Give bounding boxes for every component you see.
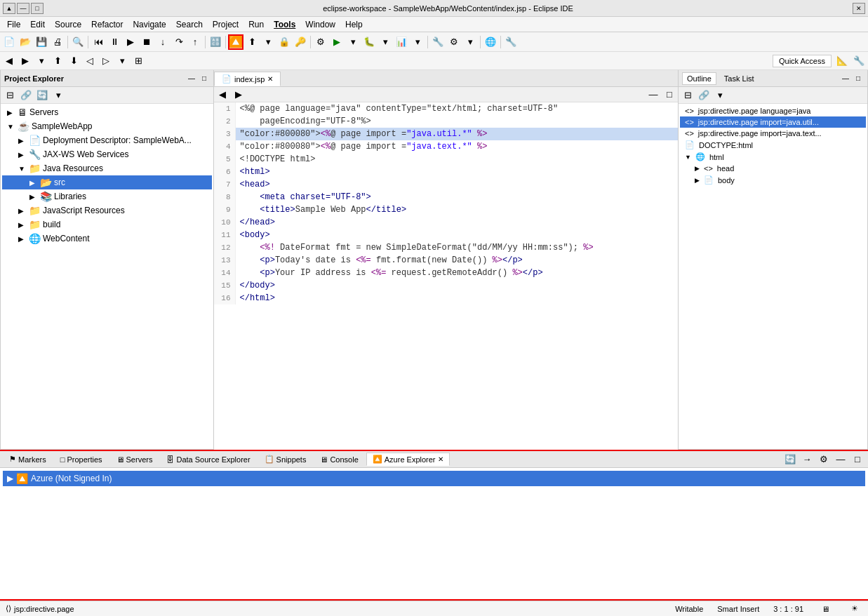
menu-run[interactable]: Run (244, 18, 268, 31)
line-code[interactable]: <head> (235, 178, 678, 191)
outline-tab[interactable]: Outline (682, 72, 716, 85)
et-maximize-btn[interactable]: □ (662, 87, 677, 102)
tb-tools-btn[interactable]: 🔧 (503, 34, 519, 50)
et-next-btn[interactable]: ▶ (231, 87, 246, 102)
tb2-down-btn[interactable]: ⬇ (66, 53, 81, 69)
pe-link-btn[interactable]: 🔗 (18, 88, 34, 103)
bottom-tab-servers[interactable]: 🖥 Servers (110, 453, 159, 466)
tb-coverage-btn[interactable]: 📊 (394, 34, 409, 50)
bottom-tab-azure[interactable]: 🔼 Azure Explorer ✕ (366, 453, 450, 466)
menu-help[interactable]: Help (341, 18, 367, 31)
status-btn2[interactable]: ☀ (847, 601, 862, 617)
status-btn1[interactable]: 🖥 (817, 601, 833, 617)
project-explorer-maximize[interactable]: □ (199, 73, 210, 84)
pe-item-jaxws[interactable]: ▶🔧JAX-WS Web Services (2, 147, 212, 161)
tb-azure-btn[interactable]: 🔼 (228, 34, 243, 50)
editor-tab-index-jsp[interactable]: 📄 index.jsp ✕ (214, 72, 281, 86)
tb-debug-btn[interactable]: 🐛 (361, 34, 377, 50)
code-editor[interactable]: 1<%@ page language="java" contentType="t… (214, 102, 678, 450)
outline-item-body[interactable]: ▶📄body (680, 174, 866, 186)
outline-maximize[interactable]: □ (853, 73, 864, 84)
line-code[interactable]: <body> (235, 229, 678, 241)
line-code[interactable]: <!DOCTYPE html> (235, 153, 678, 166)
tb-ext1-btn[interactable]: 🔧 (430, 34, 446, 50)
tb2-nav-dropdown[interactable]: ▾ (114, 53, 130, 69)
win-btn-minimize[interactable]: — (17, 3, 29, 14)
outline-item-directive-page[interactable]: <>jsp:directive.page language=java (680, 105, 866, 116)
line-code[interactable]: "color:#800080"><%@ page import ="java.u… (235, 128, 678, 140)
bottom-tab-console[interactable]: 🖥 Console (314, 453, 364, 466)
bottom-tab-datasource[interactable]: 🗄 Data Source Explorer (160, 453, 256, 466)
line-code[interactable]: <%! DateFormat fmt = new SimpleDateForma… (235, 241, 678, 254)
outline-item-directive-import2[interactable]: <>jsp:directive.page import=java.text... (680, 128, 866, 139)
tb-step-into-btn[interactable]: ↓ (155, 34, 171, 50)
tb2-new-persp-btn[interactable]: ⊞ (131, 53, 146, 69)
bottom-tab-snippets[interactable]: 📋 Snippets (258, 453, 313, 466)
tb-azure2-btn[interactable]: ⬆ (244, 34, 260, 50)
tb-open-btn[interactable]: 📂 (18, 34, 33, 50)
win-btn-arrow-up[interactable]: ▲ (3, 3, 15, 14)
tb-save-btn[interactable]: 💾 (34, 34, 49, 50)
line-code[interactable]: "color:#800080"><%@ page import ="java.t… (235, 140, 678, 153)
menu-refactor[interactable]: Refactor (87, 18, 127, 31)
et-minimize-btn[interactable]: — (646, 87, 661, 102)
bt-settings-btn[interactable]: ⚙ (816, 452, 832, 467)
tb-run2-btn[interactable]: ▶ (329, 34, 345, 50)
line-code[interactable]: <meta charset="UTF-8"> (235, 191, 678, 203)
outline-item-doctype[interactable]: 📄DOCTYPE:html (680, 139, 866, 151)
win-btn-close[interactable]: ✕ (853, 3, 865, 14)
tb2-back-btn[interactable]: ◀ (1, 53, 17, 69)
pe-item-build[interactable]: ▶📁build (2, 217, 212, 232)
line-code[interactable]: <%@ page language="java" contentType="te… (235, 102, 678, 115)
tb-search-btn[interactable]: 🔍 (70, 34, 86, 50)
tb-resume-btn[interactable]: ▶ (123, 34, 138, 50)
pe-item-jsresources[interactable]: ▶📁JavaScript Resources (2, 203, 212, 217)
tb-print-btn[interactable]: 🖨 (50, 34, 65, 50)
outline-item-directive-import1[interactable]: <>jsp:directive.page import=java.util... (680, 116, 866, 128)
ot-menu-btn[interactable]: ▾ (712, 88, 728, 103)
pe-item-samplewebapp[interactable]: ▼☕SampleWebApp (2, 119, 212, 133)
line-code[interactable]: pageEncoding="UTF-8"%> (235, 115, 678, 128)
tb2-persp1-btn[interactable]: 📐 (834, 53, 850, 69)
ot-collapse-btn[interactable]: ⊟ (680, 88, 695, 103)
tb-azure-dropdown[interactable]: ▾ (260, 34, 276, 50)
line-code[interactable]: </head> (235, 216, 678, 229)
pe-menu-btn[interactable]: ▾ (51, 88, 66, 103)
tb-coverage-dropdown[interactable]: ▾ (410, 34, 425, 50)
pe-item-deployment[interactable]: ▶📄Deployment Descriptor: SampleWebA... (2, 133, 212, 147)
tb-new-btn[interactable]: 📄 (1, 34, 17, 50)
tb-step-return-btn[interactable]: ↑ (187, 34, 203, 50)
outline-minimize[interactable]: — (840, 73, 851, 84)
menu-search[interactable]: Search (172, 18, 207, 31)
azure-not-signed-in-row[interactable]: ▶ 🔼 Azure (Not Signed In) (3, 471, 865, 486)
line-code[interactable]: </html> (235, 292, 678, 304)
bottom-tab-markers[interactable]: ⚑ Markers (3, 453, 53, 466)
menu-tools[interactable]: Tools (269, 18, 300, 31)
line-code[interactable]: </body> (235, 279, 678, 292)
tb-stop-btn[interactable]: ⏸ (107, 34, 122, 50)
menu-project[interactable]: Project (208, 18, 243, 31)
tb-terminate-btn[interactable]: ⏹ (139, 34, 154, 50)
pe-item-src[interactable]: ▶📂src (2, 175, 212, 189)
menu-source[interactable]: Source (51, 18, 86, 31)
line-code[interactable]: <p>Your IP address is <%= request.getRem… (235, 267, 678, 279)
menu-navigate[interactable]: Navigate (128, 18, 170, 31)
win-btn-maximize[interactable]: □ (31, 3, 44, 14)
task-list-tab[interactable]: Task List (719, 72, 759, 85)
menu-edit[interactable]: Edit (26, 18, 49, 31)
bt-refresh-btn[interactable]: 🔄 (782, 452, 798, 467)
azure-tab-close[interactable]: ✕ (438, 455, 443, 463)
tb2-persp2-btn[interactable]: 🔧 (851, 53, 867, 69)
bottom-tab-properties[interactable]: □ Properties (54, 453, 109, 466)
outline-item-head[interactable]: ▶<>head (680, 163, 866, 174)
bt-minimize-btn[interactable]: — (833, 452, 848, 467)
tb2-next-edit-btn[interactable]: ▷ (98, 53, 114, 69)
project-explorer-minimize[interactable]: — (186, 73, 197, 84)
tb2-hist-btn[interactable]: ▾ (34, 53, 49, 69)
ot-link-btn[interactable]: 🔗 (696, 88, 712, 103)
tb-open-type-btn[interactable]: 🔠 (208, 34, 223, 50)
tb-run-btn[interactable]: ⚙ (313, 34, 328, 50)
tb-step-over-btn[interactable]: ↷ (171, 34, 187, 50)
pe-sync-btn[interactable]: 🔄 (34, 88, 50, 103)
tb-ext3-dropdown[interactable]: ▾ (462, 34, 478, 50)
